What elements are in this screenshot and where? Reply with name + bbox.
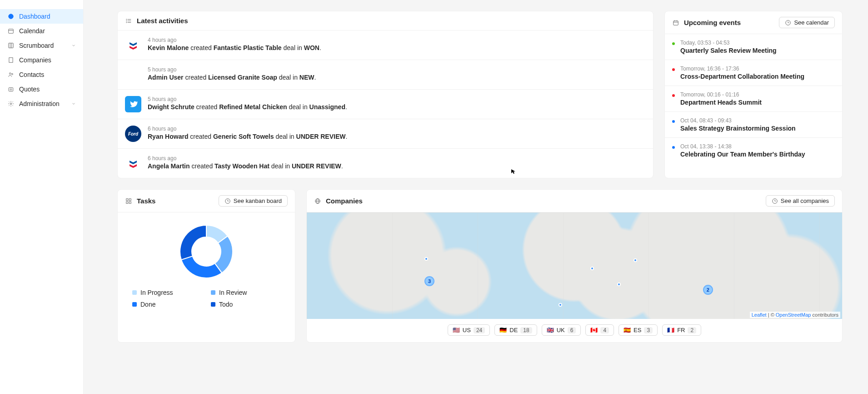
sidebar: Dashboard Calendar Scrumboard Companies … [0,0,84,394]
see-kanban-label: See kanban board [234,197,282,204]
svg-point-17 [10,103,12,105]
svg-rect-4 [9,43,14,48]
flag-icon: 🇪🇸 [624,327,631,333]
legend-label: Todo [219,301,233,308]
svg-rect-29 [126,198,128,200]
activity-text: Admin User created Licensed Granite Soap… [148,74,646,81]
legend-label: In Review [219,289,247,296]
country-code: DE [509,327,518,333]
chevron-logo [125,37,141,53]
country-count: 2 [688,327,696,333]
country-count: 24 [474,327,485,333]
nav-item-administration[interactable]: Administration [0,96,83,111]
event-time: Oct 04, 13:38 - 14:38 [680,143,805,150]
legend-swatch [211,290,215,295]
map-cluster[interactable]: 2 [703,285,713,295]
event-item[interactable]: Today, 03:53 - 04:53 Quarterly Sales Rev… [665,34,842,60]
nav-label: Scrumboard [19,42,54,49]
donut-slice-todo[interactable] [180,225,206,260]
activity-time: 6 hours ago [148,155,646,162]
companies-title: Companies [326,197,363,205]
companies-map[interactable]: 32 Leaflet | © OpenStreetMap contributor… [307,212,842,319]
country-pill-es[interactable]: 🇪🇸ES3 [619,324,658,336]
nav-label: Contacts [19,71,44,78]
event-item[interactable]: Oct 04, 08:43 - 09:43 Sales Strategy Bra… [665,112,842,138]
companies-card: Companies See all companies 32 Leaflet |… [306,189,843,343]
osm-link[interactable]: OpenStreetMap [776,312,811,318]
country-code: UK [557,327,565,333]
tasks-donut-chart [127,222,286,289]
see-kanban-button[interactable]: See kanban board [219,195,288,207]
flag-icon: 🇫🇷 [667,327,674,333]
event-dot [672,146,675,149]
country-pill-uk[interactable]: 🇬🇧UK6 [542,324,581,336]
event-item[interactable]: Tomorrow, 16:36 - 17:36 Cross-Department… [665,60,842,86]
tasks-title: Tasks [137,197,155,205]
container-icon [7,86,15,93]
event-title: Department Heads Summit [680,99,762,106]
activity-item[interactable]: 5 hours ago Dwight Schrute created Refin… [118,90,653,119]
svg-rect-7 [9,58,13,63]
legend-label: Done [140,301,155,308]
svg-rect-31 [126,202,128,203]
nav-label: Quotes [19,86,40,93]
see-all-companies-button[interactable]: See all companies [766,195,835,207]
event-title: Cross-Department Collaboration Meeting [680,73,804,80]
event-item[interactable]: Oct 04, 13:38 - 14:38 Celebrating Our Te… [665,138,842,163]
country-code: FR [677,327,685,333]
leaflet-link[interactable]: Leaflet [752,312,767,318]
apple-logo [125,66,141,83]
chevron-down-icon [71,42,76,49]
donut-slice-done[interactable] [181,256,222,278]
map-attribution: Leaflet | © OpenStreetMap contributors [750,312,840,318]
map-marker[interactable] [634,258,637,262]
nav-item-scrumboard[interactable]: Scrumboard [0,38,83,53]
event-time: Tomorrow, 00:16 - 01:16 [680,91,762,98]
event-title: Celebrating Our Team Member's Birthday [680,151,805,158]
country-code: US [463,327,471,333]
nav-item-contacts[interactable]: Contacts [0,67,83,82]
nav-item-dashboard[interactable]: Dashboard [0,9,83,24]
event-title: Quarterly Sales Review Meeting [680,47,777,54]
activity-item[interactable]: 4 hours ago Kevin Malone created Fantast… [118,30,653,60]
activity-item[interactable]: Ford 6 hours ago Ryan Howard created Gen… [118,119,653,149]
see-calendar-button[interactable]: See calendar [779,17,835,28]
team-icon [7,71,15,78]
project-icon [125,197,132,205]
see-all-companies-label: See all companies [781,197,829,204]
chevron-logo [125,155,141,172]
dashboard-icon [7,13,15,20]
svg-point-13 [11,73,13,75]
country-pill-us[interactable]: 🇺🇸US24 [448,324,490,336]
twitter-logo [125,96,141,112]
event-dot [672,68,675,71]
activity-time: 6 hours ago [148,126,646,132]
country-pill-de[interactable]: 🇩🇪DE18 [494,324,537,336]
chevron-down-icon [71,100,76,107]
activity-item[interactable]: 5 hours ago Admin User created Licensed … [118,60,653,90]
nav-label: Dashboard [19,13,50,20]
map-marker[interactable] [559,303,562,307]
nav-label: Administration [19,100,60,107]
svg-rect-14 [9,88,13,91]
country-count: 3 [644,327,653,333]
activity-time: 5 hours ago [148,96,646,102]
nav-label: Calendar [19,27,45,35]
country-code: ES [634,327,641,333]
event-dot [672,120,675,123]
legend-item: Todo [211,301,280,308]
activities-card: Latest activities 4 hours ago Kevin Malo… [117,11,653,178]
country-pill-xx[interactable]: 🇨🇦4 [585,324,614,336]
svg-point-1 [10,16,11,17]
nav-item-calendar[interactable]: Calendar [0,24,83,38]
legend-swatch [132,302,137,307]
nav-item-companies[interactable]: Companies [0,53,83,67]
activity-text: Dwight Schrute created Refined Metal Chi… [148,103,646,111]
flag-icon: 🇩🇪 [499,327,507,333]
nav-item-quotes[interactable]: Quotes [0,82,83,96]
activity-item[interactable]: 6 hours ago Angela Martin created Tasty … [118,149,653,178]
activity-text: Angela Martin created Tasty Wooden Hat d… [148,162,646,170]
country-pill-fr[interactable]: 🇫🇷FR2 [662,324,701,336]
event-item[interactable]: Tomorrow, 00:16 - 01:16 Department Heads… [665,86,842,112]
legend-swatch [211,302,215,307]
